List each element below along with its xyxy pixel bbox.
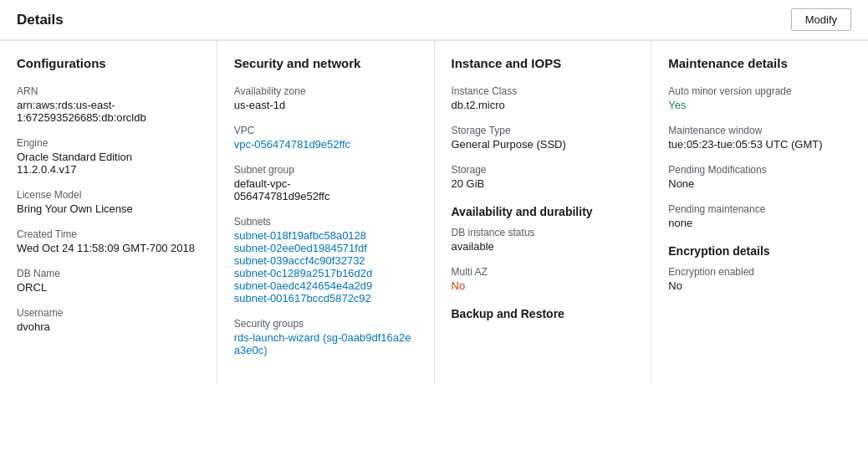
multi-az-label: Multi AZ <box>452 266 635 278</box>
created-time-value: Wed Oct 24 11:58:09 GMT-700 2018 <box>17 242 200 254</box>
pending-modifications-label: Pending Modifications <box>668 164 851 176</box>
instance-class-value: db.t2.micro <box>452 99 635 111</box>
security-group-link-1[interactable]: rds-launch-wizard (sg-0aab9df16a2ea3e0c) <box>234 331 417 356</box>
encryption-enabled-field: Encryption enabled No <box>668 266 851 292</box>
details-header: Details Modify <box>0 0 868 40</box>
db-instance-status-value: available <box>452 240 635 253</box>
username-label: Username <box>17 307 200 319</box>
storage-type-label: Storage Type <box>452 125 635 136</box>
encryption-details-header: Encryption details <box>668 244 851 258</box>
subnet-link-4[interactable]: subnet-0c1289a2517b16d2d <box>234 267 417 279</box>
security-network-header: Security and network <box>234 56 417 70</box>
columns-container: Configurations ARN arn:aws:rds:us-east-1… <box>0 40 868 385</box>
pending-modifications-field: Pending Modifications None <box>668 164 851 190</box>
subnets-label: Subnets <box>234 216 417 228</box>
page-title: Details <box>17 12 64 28</box>
db-name-value: ORCL <box>17 281 200 294</box>
pending-maintenance-value: none <box>668 217 851 229</box>
multi-az-value: No <box>452 279 635 292</box>
multi-az-field: Multi AZ No <box>452 266 635 292</box>
subnet-group-field: Subnet group default-vpc-056474781d9e52f… <box>234 164 417 202</box>
maintenance-window-value: tue:05:23-tue:05:53 UTC (GMT) <box>668 138 851 151</box>
availability-zone-field: Availability zone us-east-1d <box>234 85 417 111</box>
instance-class-field: Instance Class db.t2.micro <box>452 85 635 111</box>
db-instance-status-label: DB instance status <box>452 227 635 238</box>
security-groups-field: Security groups rds-launch-wizard (sg-0a… <box>234 318 417 356</box>
db-name-label: DB Name <box>17 268 200 279</box>
license-label: License Model <box>17 189 200 201</box>
vpc-link[interactable]: vpc-056474781d9e52ffc <box>234 138 417 151</box>
availability-zone-label: Availability zone <box>234 85 417 97</box>
instance-iops-column: Instance and IOPS Instance Class db.t2.m… <box>435 41 652 385</box>
subnet-link-3[interactable]: subnet-039accf4c90f32732 <box>234 254 417 267</box>
subnets-field: Subnets subnet-018f19afbc58a0128 subnet-… <box>234 216 417 305</box>
storage-type-field: Storage Type General Purpose (SSD) <box>452 125 635 151</box>
engine-label: Engine <box>17 137 200 149</box>
vpc-field: VPC vpc-056474781d9e52ffc <box>234 125 417 151</box>
pending-maintenance-label: Pending maintenance <box>668 203 851 215</box>
security-groups-label: Security groups <box>234 318 417 330</box>
page-wrapper: Details Modify Configurations ARN arn:aw… <box>0 0 868 466</box>
license-value: Bring Your Own License <box>17 202 200 215</box>
created-time-label: Created Time <box>17 228 200 240</box>
encryption-enabled-value: No <box>668 279 851 292</box>
modify-button[interactable]: Modify <box>791 8 851 31</box>
maintenance-details-header: Maintenance details <box>668 56 851 70</box>
arn-value: arn:aws:rds:us-east-1:672593526685:db:or… <box>17 99 200 124</box>
auto-minor-version-field: Auto minor version upgrade Yes <box>668 85 851 111</box>
subnet-link-5[interactable]: subnet-0aedc424654e4a2d9 <box>234 279 417 292</box>
db-instance-status-field: DB instance status available <box>452 227 635 253</box>
username-field: Username dvohra <box>17 307 200 333</box>
created-time-field: Created Time Wed Oct 24 11:58:09 GMT-700… <box>17 228 200 254</box>
instance-iops-header: Instance and IOPS <box>452 56 635 70</box>
security-network-column: Security and network Availability zone u… <box>217 41 435 385</box>
encryption-enabled-label: Encryption enabled <box>668 266 851 278</box>
vpc-label: VPC <box>234 125 417 136</box>
arn-label: ARN <box>17 85 200 97</box>
backup-restore-header: Backup and Restore <box>452 307 635 320</box>
subnet-group-label: Subnet group <box>234 164 417 176</box>
storage-label: Storage <box>452 164 635 176</box>
engine-value: Oracle Standard Edition11.2.0.4.v17 <box>17 151 200 176</box>
storage-field: Storage 20 GiB <box>452 164 635 190</box>
subnet-link-1[interactable]: subnet-018f19afbc58a0128 <box>234 229 417 242</box>
pending-maintenance-field: Pending maintenance none <box>668 203 851 229</box>
maintenance-window-field: Maintenance window tue:05:23-tue:05:53 U… <box>668 125 851 151</box>
arn-field: ARN arn:aws:rds:us-east-1:672593526685:d… <box>17 85 200 124</box>
maintenance-details-column: Maintenance details Auto minor version u… <box>651 41 868 385</box>
configurations-column: Configurations ARN arn:aws:rds:us-east-1… <box>0 41 217 385</box>
auto-minor-version-label: Auto minor version upgrade <box>668 85 851 97</box>
subnet-link-2[interactable]: subnet-02ee0ed1984571fdf <box>234 242 417 254</box>
storage-value: 20 GiB <box>452 177 635 190</box>
storage-type-value: General Purpose (SSD) <box>452 138 635 151</box>
username-value: dvohra <box>17 320 200 333</box>
instance-class-label: Instance Class <box>452 85 635 97</box>
auto-minor-version-value: Yes <box>668 99 851 111</box>
availability-durability-header: Availability and durability <box>452 205 635 218</box>
subnet-link-6[interactable]: subnet-001617bccd5872c92 <box>234 292 417 305</box>
engine-field: Engine Oracle Standard Edition11.2.0.4.v… <box>17 137 200 176</box>
subnet-group-value: default-vpc-056474781d9e52ffc <box>234 177 417 202</box>
pending-modifications-value: None <box>668 177 851 190</box>
configurations-header: Configurations <box>17 56 200 70</box>
license-field: License Model Bring Your Own License <box>17 189 200 215</box>
maintenance-window-label: Maintenance window <box>668 125 851 136</box>
db-name-field: DB Name ORCL <box>17 268 200 294</box>
availability-zone-value: us-east-1d <box>234 99 417 111</box>
